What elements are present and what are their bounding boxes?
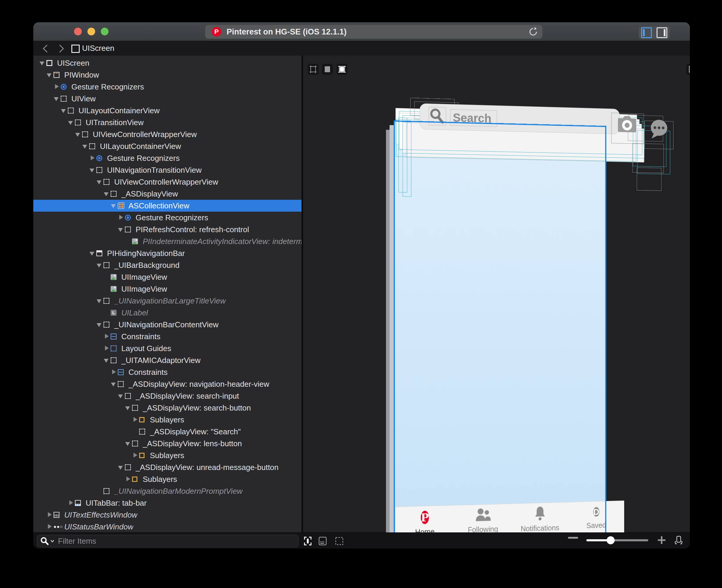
disclosure-triangle[interactable] <box>53 95 61 103</box>
tree-row[interactable]: UILayoutContainerView <box>33 140 302 152</box>
breadcrumb-item[interactable]: UIScreen <box>82 41 114 56</box>
wireframe-mode-button[interactable] <box>308 64 318 75</box>
tree-row[interactable]: _UIBarBackground <box>33 259 302 271</box>
tree-row[interactable]: PIRefreshControl: refresh-control <box>33 224 302 235</box>
disclosure-triangle[interactable] <box>74 130 82 138</box>
tab-saved[interactable]: DSaved <box>568 501 624 532</box>
disclosure-triangle[interactable] <box>110 380 118 388</box>
disclosure-triangle[interactable] <box>131 416 139 424</box>
disclosure-triangle[interactable] <box>89 166 96 174</box>
frame-outline-toggle[interactable] <box>303 536 313 546</box>
tree-row[interactable]: ASCollectionView <box>33 200 302 212</box>
tree-row[interactable]: _ASDisplayView: lens-button <box>33 438 302 449</box>
back-chevron-icon[interactable] <box>43 45 51 52</box>
zoom-button[interactable] <box>101 28 108 35</box>
tree-row[interactable]: ●●○UIStatusBarWindow <box>33 521 302 532</box>
tree-row[interactable]: Gesture Recognizers <box>33 81 302 93</box>
tree-row[interactable]: _UINavigationBarLargeTitleView <box>33 295 302 307</box>
tree-row[interactable]: _UINavigationBarModernPromptView <box>33 485 302 497</box>
tree-row[interactable]: Gesture Recognizers <box>33 212 302 224</box>
disclosure-triangle[interactable] <box>46 511 54 519</box>
tree-row[interactable]: UIViewControllerWrapperView <box>33 128 302 140</box>
disclosure-triangle[interactable] <box>67 119 75 126</box>
disclosure-triangle[interactable] <box>117 463 125 471</box>
disclosure-triangle[interactable] <box>60 107 68 114</box>
rotate-device-icon[interactable] <box>673 534 684 546</box>
zoom-slider[interactable] <box>586 539 648 541</box>
disclosure-triangle[interactable] <box>96 297 103 305</box>
disclosure-triangle[interactable] <box>103 333 110 340</box>
tree-row[interactable]: UIScreen <box>33 57 302 69</box>
disclosure-triangle[interactable] <box>124 440 132 447</box>
disclosure-triangle[interactable] <box>117 226 125 233</box>
disclosure-triangle[interactable] <box>53 83 61 91</box>
zoom-slider-thumb[interactable] <box>606 536 615 544</box>
tab-notifications[interactable]: Notifications <box>512 502 568 532</box>
tree-row[interactable]: UITabBar: tab-bar <box>33 497 302 509</box>
tree-row[interactable]: Gesture Recognizers <box>33 152 302 164</box>
keyboard-toggle[interactable] <box>317 536 328 546</box>
disclosure-triangle[interactable] <box>103 344 110 352</box>
filter-field[interactable] <box>37 535 298 547</box>
combined-mode-button[interactable] <box>337 64 347 75</box>
exploded-view-scene[interactable]: Search PHomeFol <box>394 102 628 532</box>
tree-row[interactable]: Constraints <box>33 366 302 378</box>
camera-button[interactable] <box>617 115 637 135</box>
tree-row[interactable]: UIImageView <box>33 283 302 295</box>
tree-row[interactable]: _UINavigationBarContentView <box>33 319 302 331</box>
disclosure-triangle[interactable] <box>124 404 132 412</box>
disclosure-triangle[interactable] <box>117 392 125 400</box>
disclosure-triangle[interactable] <box>110 202 118 210</box>
content-mode-button[interactable] <box>322 64 333 75</box>
disclosure-triangle[interactable] <box>96 261 103 269</box>
tree-row[interactable]: _ASDisplayView: "Search" <box>33 426 302 438</box>
disclosure-triangle[interactable] <box>39 59 46 67</box>
disclosure-triangle[interactable] <box>103 190 110 198</box>
tree-row[interactable]: UITransitionView <box>33 117 302 128</box>
disclosure-triangle[interactable] <box>46 71 54 79</box>
tree-row[interactable]: UIImageView <box>33 271 302 283</box>
disclosure-triangle[interactable] <box>89 249 96 257</box>
tree-row[interactable]: Sublayers <box>33 414 302 426</box>
disclosure-triangle[interactable] <box>96 178 103 186</box>
flat-view-button[interactable] <box>686 64 690 75</box>
tree-row[interactable]: PIHidingNavigationBar <box>33 247 302 259</box>
left-panel-toggle[interactable] <box>639 26 654 39</box>
collection-view-layer[interactable] <box>394 120 606 532</box>
tree-row[interactable]: Constraints <box>33 331 302 342</box>
tree-row[interactable]: Sublayers <box>33 473 302 485</box>
tree-row[interactable]: _UITAMICAdaptorView <box>33 354 302 366</box>
tree-row[interactable]: UILayoutContainerView <box>33 105 302 117</box>
tree-row[interactable]: Sublayers <box>33 449 302 461</box>
reload-icon[interactable] <box>528 27 538 37</box>
tree-row[interactable]: Layout Guides <box>33 342 302 354</box>
disclosure-triangle[interactable] <box>124 475 132 483</box>
tree-row[interactable]: UINavigationTransitionView <box>33 164 302 176</box>
tree-row[interactable]: PIIndeterminateActivityIndicatorView: in… <box>33 235 302 247</box>
disclosure-triangle[interactable] <box>117 214 125 222</box>
disclosure-triangle[interactable] <box>96 321 103 329</box>
tree-row[interactable]: _ASDisplayView: navigation-header-view <box>33 378 302 390</box>
zoom-in-button[interactable] <box>657 535 667 545</box>
disclosure-triangle[interactable] <box>89 154 96 162</box>
tree-row[interactable]: _ASDisplayView: unread-message-button <box>33 461 302 473</box>
tab-following[interactable]: Following <box>454 504 512 532</box>
filter-options-chevron-icon[interactable] <box>50 540 55 543</box>
disclosure-triangle[interactable] <box>46 523 54 531</box>
zoom-out-button[interactable] <box>568 537 578 539</box>
selection-box-toggle[interactable] <box>334 536 344 546</box>
tree-row[interactable]: _ASDisplayView <box>33 188 302 200</box>
right-panel-toggle[interactable] <box>654 26 670 39</box>
disclosure-triangle[interactable] <box>103 356 110 364</box>
tree-row[interactable]: _ASDisplayView: search-input <box>33 390 302 402</box>
tree-row[interactable]: UIViewControllerWrapperView <box>33 176 302 188</box>
tree-row[interactable]: UITextEffectsWindow <box>33 509 302 521</box>
tree-row[interactable]: PIWindow <box>33 69 302 81</box>
tree-row[interactable]: _ASDisplayView: search-button <box>33 402 302 414</box>
search-bar[interactable]: Search <box>419 103 620 134</box>
disclosure-triangle[interactable] <box>67 499 75 507</box>
tab-home[interactable]: PHome <box>395 505 454 532</box>
messages-button[interactable] <box>650 119 668 140</box>
minimize-button[interactable] <box>87 28 95 35</box>
disclosure-triangle[interactable] <box>131 451 139 459</box>
